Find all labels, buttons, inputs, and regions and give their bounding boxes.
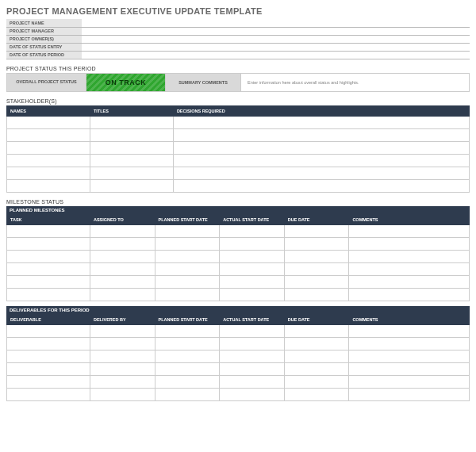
cell-due[interactable] bbox=[284, 337, 349, 350]
cell-delivered_by[interactable] bbox=[90, 337, 155, 350]
cell-comments[interactable] bbox=[349, 337, 470, 350]
cell-comments[interactable] bbox=[349, 324, 470, 337]
cell-comments[interactable] bbox=[349, 288, 470, 301]
cell-planned_start[interactable] bbox=[155, 337, 220, 350]
cell-decisions[interactable] bbox=[173, 116, 469, 128]
cell-actual_start[interactable] bbox=[220, 288, 285, 301]
cell-deliverable[interactable] bbox=[7, 350, 90, 362]
cell-decisions[interactable] bbox=[173, 128, 469, 141]
cell-planned_start[interactable] bbox=[155, 275, 220, 288]
status-on-track-badge: ON TRACK bbox=[86, 74, 166, 91]
cell-comments[interactable] bbox=[349, 250, 470, 262]
value-project-owners[interactable] bbox=[82, 35, 470, 43]
cell-names[interactable] bbox=[7, 154, 90, 167]
cell-comments[interactable] bbox=[349, 350, 470, 362]
cell-planned_start[interactable] bbox=[155, 288, 220, 301]
cell-due[interactable] bbox=[284, 262, 349, 275]
cell-deliverable[interactable] bbox=[7, 375, 90, 388]
cell-actual_start[interactable] bbox=[220, 237, 285, 250]
col-due: DUE DATE bbox=[284, 214, 349, 224]
cell-delivered_by[interactable] bbox=[90, 388, 155, 400]
cell-decisions[interactable] bbox=[173, 167, 469, 179]
cell-deliverable[interactable] bbox=[7, 388, 90, 400]
cell-actual_start[interactable] bbox=[220, 375, 285, 388]
cell-deliverable[interactable] bbox=[7, 324, 90, 337]
cell-assigned[interactable] bbox=[90, 288, 155, 301]
cell-titles[interactable] bbox=[90, 179, 173, 192]
cell-names[interactable] bbox=[7, 141, 90, 154]
cell-planned_start[interactable] bbox=[155, 324, 220, 337]
cell-titles[interactable] bbox=[90, 128, 173, 141]
cell-due[interactable] bbox=[284, 362, 349, 375]
cell-planned_start[interactable] bbox=[155, 262, 220, 275]
cell-planned_start[interactable] bbox=[155, 224, 220, 237]
cell-comments[interactable] bbox=[349, 237, 470, 250]
cell-delivered_by[interactable] bbox=[90, 324, 155, 337]
cell-comments[interactable] bbox=[349, 224, 470, 237]
cell-deliverable[interactable] bbox=[7, 337, 90, 350]
cell-due[interactable] bbox=[284, 224, 349, 237]
cell-actual_start[interactable] bbox=[220, 324, 285, 337]
cell-task[interactable] bbox=[7, 262, 90, 275]
cell-due[interactable] bbox=[284, 388, 349, 400]
cell-task[interactable] bbox=[7, 237, 90, 250]
cell-due[interactable] bbox=[284, 237, 349, 250]
cell-planned_start[interactable] bbox=[155, 237, 220, 250]
cell-actual_start[interactable] bbox=[220, 224, 285, 237]
cell-task[interactable] bbox=[7, 275, 90, 288]
cell-names[interactable] bbox=[7, 167, 90, 179]
cell-assigned[interactable] bbox=[90, 224, 155, 237]
cell-task[interactable] bbox=[7, 224, 90, 237]
cell-actual_start[interactable] bbox=[220, 262, 285, 275]
summary-comments-input[interactable]: Enter information here about overall sta… bbox=[241, 74, 469, 91]
cell-due[interactable] bbox=[284, 350, 349, 362]
cell-comments[interactable] bbox=[349, 362, 470, 375]
cell-due[interactable] bbox=[284, 375, 349, 388]
cell-titles[interactable] bbox=[90, 167, 173, 179]
value-date-status-entry[interactable] bbox=[82, 43, 470, 51]
cell-planned_start[interactable] bbox=[155, 350, 220, 362]
cell-due[interactable] bbox=[284, 275, 349, 288]
deliverables-table: DELIVERABLE DELIVERED BY PLANNED START D… bbox=[6, 314, 470, 401]
cell-titles[interactable] bbox=[90, 116, 173, 128]
cell-assigned[interactable] bbox=[90, 275, 155, 288]
cell-assigned[interactable] bbox=[90, 262, 155, 275]
cell-comments[interactable] bbox=[349, 275, 470, 288]
cell-actual_start[interactable] bbox=[220, 337, 285, 350]
value-date-status-period[interactable] bbox=[82, 51, 470, 59]
cell-names[interactable] bbox=[7, 128, 90, 141]
cell-names[interactable] bbox=[7, 116, 90, 128]
cell-actual_start[interactable] bbox=[220, 250, 285, 262]
cell-due[interactable] bbox=[284, 324, 349, 337]
cell-delivered_by[interactable] bbox=[90, 350, 155, 362]
cell-actual_start[interactable] bbox=[220, 388, 285, 400]
cell-decisions[interactable] bbox=[173, 154, 469, 167]
cell-assigned[interactable] bbox=[90, 250, 155, 262]
cell-titles[interactable] bbox=[90, 141, 173, 154]
cell-task[interactable] bbox=[7, 288, 90, 301]
cell-actual_start[interactable] bbox=[220, 350, 285, 362]
cell-due[interactable] bbox=[284, 250, 349, 262]
cell-delivered_by[interactable] bbox=[90, 375, 155, 388]
value-project-manager[interactable] bbox=[82, 27, 470, 35]
cell-decisions[interactable] bbox=[173, 141, 469, 154]
cell-deliverable[interactable] bbox=[7, 362, 90, 375]
cell-planned_start[interactable] bbox=[155, 388, 220, 400]
cell-comments[interactable] bbox=[349, 262, 470, 275]
cell-delivered_by[interactable] bbox=[90, 362, 155, 375]
cell-comments[interactable] bbox=[349, 388, 470, 400]
cell-actual_start[interactable] bbox=[220, 275, 285, 288]
cell-names[interactable] bbox=[7, 179, 90, 192]
cell-task[interactable] bbox=[7, 250, 90, 262]
cell-titles[interactable] bbox=[90, 154, 173, 167]
cell-assigned[interactable] bbox=[90, 237, 155, 250]
cell-decisions[interactable] bbox=[173, 179, 469, 192]
value-project-name[interactable] bbox=[82, 19, 470, 27]
table-row bbox=[7, 237, 470, 250]
cell-planned_start[interactable] bbox=[155, 250, 220, 262]
cell-comments[interactable] bbox=[349, 375, 470, 388]
cell-actual_start[interactable] bbox=[220, 362, 285, 375]
cell-due[interactable] bbox=[284, 288, 349, 301]
cell-planned_start[interactable] bbox=[155, 362, 220, 375]
cell-planned_start[interactable] bbox=[155, 375, 220, 388]
